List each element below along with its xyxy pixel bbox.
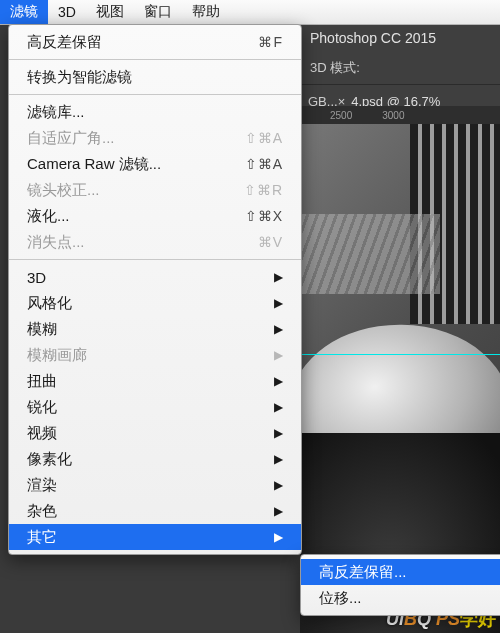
menu-item-label: 像素化: [27, 450, 254, 469]
submenu-arrow-icon: ▶: [274, 400, 283, 414]
horizontal-guide[interactable]: [300, 354, 500, 355]
submenu-arrow-icon: ▶: [274, 478, 283, 492]
menu-item-label: 镜头校正...: [27, 181, 244, 200]
menu-item-label: 模糊画廊: [27, 346, 254, 365]
menu-lens-correction: 镜头校正... ⇧⌘R: [9, 177, 301, 203]
menu-item-label: 消失点...: [27, 233, 258, 252]
mode-3d-label: 3D 模式:: [310, 59, 360, 77]
menu-item-label: 转换为智能滤镜: [27, 68, 283, 87]
submenu-arrow-icon: ▶: [274, 452, 283, 466]
menu-liquify[interactable]: 液化... ⇧⌘X: [9, 203, 301, 229]
horizontal-ruler: 2500 3000: [300, 106, 500, 124]
menu-group-blur-gallery: 模糊画廊 ▶: [9, 342, 301, 368]
menu-separator: [9, 59, 301, 60]
menu-item-label: 位移...: [319, 589, 491, 608]
submenu-arrow-icon: ▶: [274, 530, 283, 544]
menu-item-label: 模糊: [27, 320, 254, 339]
menu-item-label: 其它: [27, 528, 254, 547]
menu-group-noise[interactable]: 杂色 ▶: [9, 498, 301, 524]
menu-last-filter[interactable]: 高反差保留 ⌘F: [9, 29, 301, 55]
filter-other-submenu: 高反差保留... 位移...: [300, 554, 500, 616]
menu-3d[interactable]: 3D: [48, 0, 86, 24]
app-title: Photoshop CC 2015: [300, 24, 500, 52]
menu-item-label: 高反差保留: [27, 33, 258, 52]
menu-group-3d[interactable]: 3D ▶: [9, 264, 301, 290]
menu-item-label: 高反差保留...: [319, 563, 491, 582]
app-topbar: Photoshop CC 2015 3D 模式: GB... × 4.psd @…: [300, 24, 500, 106]
menu-group-sharpen[interactable]: 锐化 ▶: [9, 394, 301, 420]
menu-group-distort[interactable]: 扭曲 ▶: [9, 368, 301, 394]
menu-item-shortcut: ⇧⌘A: [245, 130, 283, 146]
menu-item-label: 扭曲: [27, 372, 254, 391]
submenu-arrow-icon: ▶: [274, 322, 283, 336]
menu-filter-gallery[interactable]: 滤镜库...: [9, 99, 301, 125]
ruler-tick: 2500: [330, 110, 352, 121]
menu-filter[interactable]: 滤镜: [0, 0, 48, 24]
options-bar: 3D 模式:: [300, 52, 500, 84]
submenu-arrow-icon: ▶: [274, 426, 283, 440]
photo-detail: [300, 214, 440, 294]
menu-group-render[interactable]: 渲染 ▶: [9, 472, 301, 498]
menu-item-label: 锐化: [27, 398, 254, 417]
menu-item-label: 滤镜库...: [27, 103, 283, 122]
ruler-tick: 3000: [382, 110, 404, 121]
submenu-arrow-icon: ▶: [274, 504, 283, 518]
menu-convert-smart-filter[interactable]: 转换为智能滤镜: [9, 64, 301, 90]
menu-window[interactable]: 窗口: [134, 0, 182, 24]
menu-item-shortcut: ⇧⌘X: [245, 208, 283, 224]
menu-group-video[interactable]: 视频 ▶: [9, 420, 301, 446]
menu-vanishing-point: 消失点... ⌘V: [9, 229, 301, 255]
submenu-arrow-icon: ▶: [274, 348, 283, 362]
filter-menu-dropdown: 高反差保留 ⌘F 转换为智能滤镜 滤镜库... 自适应广角... ⇧⌘A Cam…: [8, 24, 302, 555]
menu-group-other[interactable]: 其它 ▶: [9, 524, 301, 550]
menu-item-label: 3D: [27, 269, 254, 286]
menu-item-shortcut: ⇧⌘R: [244, 182, 283, 198]
submenu-arrow-icon: ▶: [274, 374, 283, 388]
menu-view[interactable]: 视图: [86, 0, 134, 24]
menu-group-stylize[interactable]: 风格化 ▶: [9, 290, 301, 316]
menu-offset[interactable]: 位移...: [301, 585, 500, 611]
menu-separator: [9, 259, 301, 260]
menu-item-label: 渲染: [27, 476, 254, 495]
menu-camera-raw-filter[interactable]: Camera Raw 滤镜... ⇧⌘A: [9, 151, 301, 177]
menu-item-label: 视频: [27, 424, 254, 443]
menu-separator: [9, 94, 301, 95]
menu-item-shortcut: ⇧⌘A: [245, 156, 283, 172]
menu-item-shortcut: ⌘V: [258, 234, 283, 250]
menu-group-blur[interactable]: 模糊 ▶: [9, 316, 301, 342]
menu-item-label: 自适应广角...: [27, 129, 245, 148]
menu-adaptive-wide-angle: 自适应广角... ⇧⌘A: [9, 125, 301, 151]
menu-item-label: 杂色: [27, 502, 254, 521]
menu-group-pixelate[interactable]: 像素化 ▶: [9, 446, 301, 472]
menu-help[interactable]: 帮助: [182, 0, 230, 24]
submenu-arrow-icon: ▶: [274, 296, 283, 310]
menu-item-label: 风格化: [27, 294, 254, 313]
menu-high-pass[interactable]: 高反差保留...: [301, 559, 500, 585]
menu-item-label: Camera Raw 滤镜...: [27, 155, 245, 174]
menu-item-shortcut: ⌘F: [258, 34, 283, 50]
menubar: 滤镜 3D 视图 窗口 帮助: [0, 0, 500, 25]
menu-item-label: 液化...: [27, 207, 245, 226]
submenu-arrow-icon: ▶: [274, 270, 283, 284]
